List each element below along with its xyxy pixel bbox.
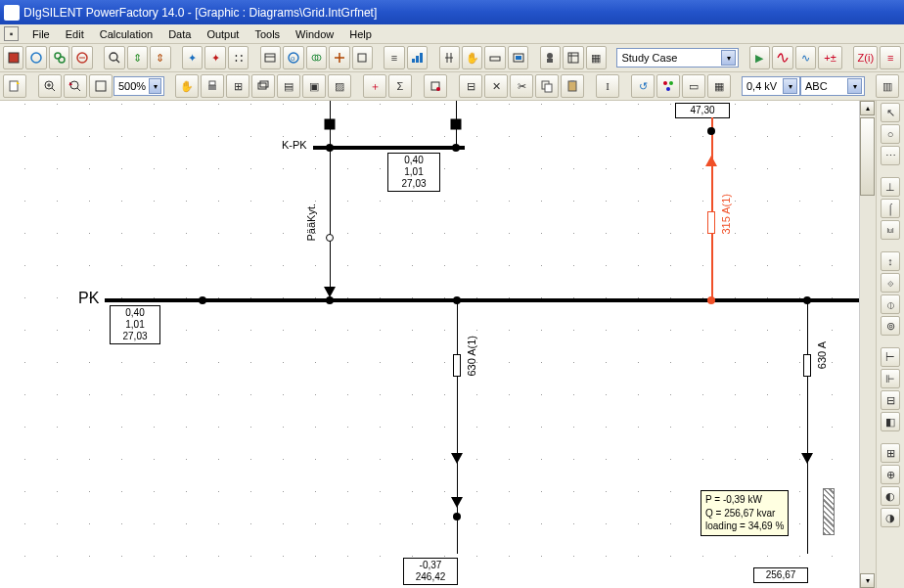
grid-icon[interactable]: ⊞ <box>226 74 249 98</box>
rt-btn-2[interactable]: ○ <box>881 124 900 144</box>
scroll-thumb[interactable] <box>860 117 875 196</box>
busbar-label-pk[interactable]: PK <box>78 290 99 307</box>
toolbar-btn-21[interactable] <box>508 46 528 69</box>
toolbar-btn-26[interactable] <box>772 46 792 69</box>
refresh-icon[interactable]: ↺ <box>631 74 655 98</box>
rt-btn-7[interactable]: ↕ <box>881 251 900 271</box>
close-icon[interactable]: ✕ <box>484 74 508 98</box>
search-icon[interactable] <box>104 46 124 69</box>
rt-btn-12[interactable]: ⊩ <box>881 369 900 388</box>
node[interactable] <box>707 296 715 304</box>
toolbar-btn-7[interactable]: ⇕ <box>150 46 170 69</box>
switch-block[interactable] <box>325 119 336 130</box>
switch-block[interactable] <box>451 119 462 130</box>
rt-btn-3[interactable]: ⋯ <box>881 146 900 165</box>
rt-btn-5[interactable]: ⌠ <box>881 199 900 218</box>
mdi-doc-icon[interactable]: ▪ <box>4 26 19 41</box>
toolbar-btn-16[interactable]: ≡ <box>384 46 404 69</box>
toolbar-btn-11[interactable] <box>260 46 281 69</box>
toolbar-btn-zi[interactable]: Z(i) <box>853 46 878 69</box>
menu-data[interactable]: Data <box>160 26 199 42</box>
crosshair-icon[interactable]: ＋ <box>363 74 386 98</box>
toolbar-btn-1[interactable] <box>3 46 23 69</box>
paste-icon[interactable] <box>561 74 584 98</box>
menu-window[interactable]: Window <box>288 26 341 42</box>
rt-btn-6[interactable]: lul <box>881 220 900 240</box>
toolbar2-btn-f[interactable]: ▦ <box>707 74 731 98</box>
toolbar-btn-24[interactable]: ▦ <box>586 46 607 69</box>
toolbar-btn-4[interactable] <box>71 46 92 69</box>
node[interactable] <box>707 127 715 135</box>
menu-output[interactable]: Output <box>199 26 247 42</box>
toolbar-btn-29[interactable]: ≡ <box>880 46 900 69</box>
toolbar2-btn-last[interactable]: ▥ <box>876 74 899 98</box>
toolbar-btn-8[interactable]: ✦ <box>182 46 203 69</box>
align-icon[interactable]: ▤ <box>277 74 300 98</box>
toolbar-btn-14[interactable] <box>329 46 349 69</box>
vertical-scrollbar[interactable]: ▴ ▾ <box>859 101 876 588</box>
toolbar-btn-15[interactable] <box>352 46 373 69</box>
busbar-pk[interactable] <box>105 298 860 302</box>
line-315a[interactable] <box>711 117 713 297</box>
rt-btn-18[interactable]: ◑ <box>881 508 900 527</box>
toolbar2-btn-e[interactable]: ▭ <box>682 74 705 98</box>
menu-edit[interactable]: Edit <box>58 26 92 42</box>
toolbar-btn-2[interactable] <box>25 46 46 69</box>
toolbar-btn-22[interactable] <box>540 46 561 69</box>
zoom-in-icon[interactable] <box>38 74 62 98</box>
result-box-pk[interactable]: 0,40 1,01 27,03 <box>110 305 160 344</box>
fuse-label-630a1[interactable]: 630 A(1) <box>466 336 477 377</box>
node[interactable] <box>453 513 461 520</box>
fuse-label-630a[interactable]: 630 A <box>816 341 828 369</box>
toolbar-btn-17[interactable] <box>407 46 428 69</box>
toolbar-btn-18[interactable] <box>439 46 460 69</box>
toolbar-btn-9[interactable]: ✦ <box>204 46 225 69</box>
toolbar-btn-28[interactable]: +± <box>818 46 842 69</box>
cut-icon[interactable]: ✂ <box>510 74 533 98</box>
toolbar-btn-6[interactable]: ⇕ <box>127 46 148 69</box>
phases-combo[interactable]: ABC ▾ <box>800 76 865 96</box>
toolbar-btn-23[interactable] <box>563 46 583 69</box>
busbar-kpk[interactable] <box>313 146 465 150</box>
cursor-icon[interactable]: ↖ <box>881 103 900 122</box>
switch-open[interactable] <box>326 234 334 242</box>
copy-icon[interactable] <box>535 74 559 98</box>
busbar-label-kpk[interactable]: K-PK <box>282 139 307 151</box>
rt-btn-4[interactable]: ⊥ <box>881 177 900 197</box>
voltage-combo[interactable]: 0,4 kV ▾ <box>742 76 800 96</box>
result-box-botright[interactable]: 256,67 <box>753 567 808 583</box>
line-630a[interactable] <box>807 302 808 554</box>
toolbar2-btn-d[interactable]: ⊟ <box>459 74 482 98</box>
line-label-paakyt[interactable]: PääKyt. <box>305 204 317 242</box>
new-diagram-icon[interactable] <box>3 74 26 98</box>
zoom-fit-icon[interactable] <box>89 74 113 98</box>
study-case-combo[interactable]: Study Case ▾ <box>616 48 739 68</box>
fuse-icon[interactable] <box>803 354 811 377</box>
rt-btn-8[interactable]: ⟐ <box>881 273 900 293</box>
rt-btn-15[interactable]: ⊞ <box>881 443 900 463</box>
rt-btn-9[interactable]: ⦶ <box>881 294 900 314</box>
toolbar-btn-20[interactable] <box>484 46 505 69</box>
toolbar-btn-3[interactable] <box>49 46 69 69</box>
result-box-top[interactable]: 47,30 <box>675 103 730 118</box>
menu-file[interactable]: File <box>24 26 58 42</box>
result-box-kpk[interactable]: 0,40 1,01 27,03 <box>387 153 440 192</box>
toolbar2-btn-c[interactable] <box>424 74 447 98</box>
rt-btn-13[interactable]: ⊟ <box>881 390 900 410</box>
toolbar-btn-12[interactable]: o <box>283 46 303 69</box>
toolbar-btn-25[interactable]: ▶ <box>749 46 770 69</box>
menu-calculation[interactable]: Calculation <box>92 26 160 42</box>
toolbar2-btn-a[interactable]: ▣ <box>302 74 326 98</box>
diagram-canvas[interactable]: 47,30 K-PK 0,40 1,01 27,03 PääKyt. PK 0,… <box>0 101 876 588</box>
rt-btn-11[interactable]: ⊢ <box>881 347 900 367</box>
toolbar-btn-10[interactable]: ∷ <box>228 46 249 69</box>
fuse-icon[interactable] <box>453 354 461 377</box>
node[interactable] <box>326 296 334 304</box>
fuse-label-315[interactable]: 315 A(1) <box>720 194 732 235</box>
toolbar-btn-27[interactable]: ∿ <box>795 46 816 69</box>
menu-tools[interactable]: Tools <box>247 26 288 42</box>
rt-btn-14[interactable]: ◧ <box>881 412 900 431</box>
menu-help[interactable]: Help <box>341 26 380 42</box>
toolbar2-btn-b[interactable]: ▨ <box>328 74 351 98</box>
scroll-up-icon[interactable]: ▴ <box>860 101 875 115</box>
